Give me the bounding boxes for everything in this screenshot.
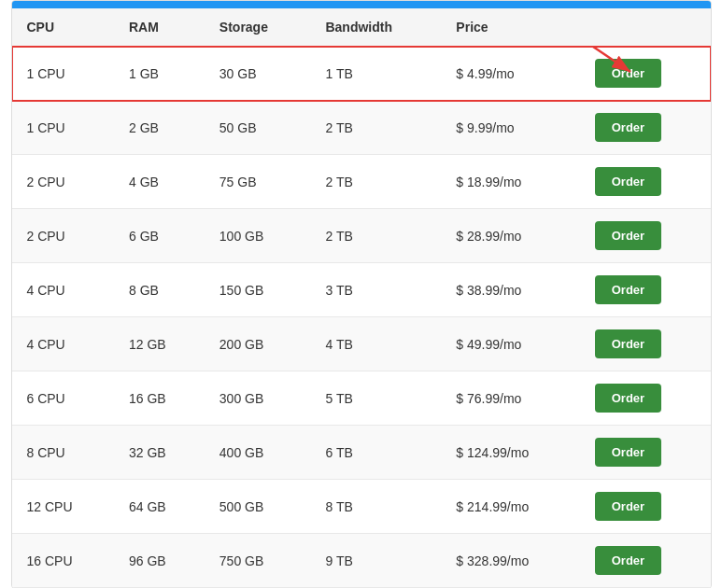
cell-price: $ 76.99/mo — [441, 371, 579, 426]
cell-ram: 64 GB — [114, 480, 205, 534]
cell-storage: 30 GB — [205, 47, 311, 101]
cell-price: $ 9.99/mo — [441, 101, 579, 155]
cell-order: Order — [580, 371, 711, 426]
cell-price: $ 214.99/mo — [441, 480, 579, 534]
table-row: 4 CPU12 GB200 GB4 TB$ 49.99/moOrder — [12, 317, 711, 371]
svg-line-1 — [593, 47, 630, 72]
cell-cpu: 2 CPU — [12, 209, 114, 263]
order-button[interactable]: Order — [595, 113, 661, 142]
cell-price: $ 49.99/mo — [441, 317, 579, 371]
cell-ram: 1 GB — [114, 47, 205, 101]
cell-storage: 750 GB — [205, 534, 311, 588]
cell-price: $ 28.99/mo — [441, 209, 579, 263]
cell-price: $ 124.99/mo — [441, 426, 579, 480]
cell-storage: 300 GB — [205, 371, 311, 426]
cell-storage: 400 GB — [205, 426, 311, 480]
top-accent-bar — [12, 1, 711, 8]
cell-ram: 6 GB — [114, 209, 205, 263]
cell-order: Order — [580, 426, 711, 480]
cell-bandwidth: 6 TB — [310, 426, 441, 480]
cell-storage: 75 GB — [205, 155, 311, 209]
cell-bandwidth: 9 TB — [310, 534, 441, 588]
cell-cpu: 1 CPU — [12, 101, 114, 155]
cell-bandwidth: 4 TB — [310, 317, 441, 371]
order-button[interactable]: Order — [595, 492, 661, 521]
cell-order: Order — [580, 534, 711, 588]
cell-bandwidth: 2 TB — [310, 209, 441, 263]
table-row: 2 CPU4 GB75 GB2 TB$ 18.99/moOrder — [12, 155, 711, 209]
table-row: 1 CPU2 GB50 GB2 TB$ 9.99/moOrder — [12, 101, 711, 155]
cell-ram: 2 GB — [114, 101, 205, 155]
order-button[interactable]: Order — [595, 546, 661, 575]
cell-cpu: 2 CPU — [12, 155, 114, 209]
cell-storage: 200 GB — [205, 317, 311, 371]
col-header-storage: Storage — [205, 8, 311, 47]
cell-bandwidth: 3 TB — [310, 263, 441, 317]
col-header-bandwidth: Bandwidth — [310, 8, 441, 47]
cell-storage: 100 GB — [205, 209, 311, 263]
cell-bandwidth: 2 TB — [310, 101, 441, 155]
cell-ram: 16 GB — [114, 371, 205, 426]
cell-bandwidth: 2 TB — [310, 155, 441, 209]
table-row: 4 CPU8 GB150 GB3 TB$ 38.99/moOrder — [12, 263, 711, 317]
cell-ram: 8 GB — [114, 263, 205, 317]
order-button[interactable]: Order — [595, 167, 661, 196]
cell-cpu: 12 CPU — [12, 480, 114, 534]
cell-price: $ 4.99/mo — [441, 47, 579, 101]
col-header-cpu: CPU — [12, 8, 114, 47]
order-button[interactable]: Order — [595, 384, 661, 413]
order-button[interactable]: Order — [595, 221, 661, 250]
arrow-indicator — [584, 42, 640, 79]
cell-order: Order — [580, 101, 711, 155]
col-header-price: Price — [441, 8, 579, 47]
cell-cpu: 4 CPU — [12, 263, 114, 317]
table-header-row: CPU RAM Storage Bandwidth Price — [12, 8, 711, 47]
order-button[interactable]: Order — [595, 329, 661, 358]
cell-price: $ 18.99/mo — [441, 155, 579, 209]
order-button[interactable]: Order — [595, 275, 661, 304]
table-row: 16 CPU96 GB750 GB9 TB$ 328.99/moOrder — [12, 534, 711, 588]
plans-table: CPU RAM Storage Bandwidth Price 1 CPU1 G… — [12, 8, 711, 588]
cell-storage: 150 GB — [205, 263, 311, 317]
cell-bandwidth: 8 TB — [310, 480, 441, 534]
cell-ram: 12 GB — [114, 317, 205, 371]
cell-order: Order — [580, 263, 711, 317]
pricing-table-container: CPU RAM Storage Bandwidth Price 1 CPU1 G… — [11, 0, 712, 588]
cell-order: Order — [580, 209, 711, 263]
cell-storage: 500 GB — [205, 480, 311, 534]
cell-price: $ 328.99/mo — [441, 534, 579, 588]
table-row: 2 CPU6 GB100 GB2 TB$ 28.99/moOrder — [12, 209, 711, 263]
cell-bandwidth: 5 TB — [310, 371, 441, 426]
table-row: 6 CPU16 GB300 GB5 TB$ 76.99/moOrder — [12, 371, 711, 426]
table-row: 12 CPU64 GB500 GB8 TB$ 214.99/moOrder — [12, 480, 711, 534]
cell-cpu: 8 CPU — [12, 426, 114, 480]
cell-storage: 50 GB — [205, 101, 311, 155]
cell-ram: 4 GB — [114, 155, 205, 209]
table-row: 8 CPU32 GB400 GB6 TB$ 124.99/moOrder — [12, 426, 711, 480]
cell-cpu: 16 CPU — [12, 534, 114, 588]
cell-bandwidth: 1 TB — [310, 47, 441, 101]
cell-ram: 32 GB — [114, 426, 205, 480]
cell-order: Order — [580, 317, 711, 371]
cell-cpu: 1 CPU — [12, 47, 114, 101]
cell-price: $ 38.99/mo — [441, 263, 579, 317]
cell-cpu: 4 CPU — [12, 317, 114, 371]
col-header-action — [580, 8, 711, 47]
order-button[interactable]: Order — [595, 438, 661, 467]
cell-cpu: 6 CPU — [12, 371, 114, 426]
cell-order: Order — [580, 155, 711, 209]
cell-ram: 96 GB — [114, 534, 205, 588]
col-header-ram: RAM — [114, 8, 205, 47]
cell-order: Order — [580, 480, 711, 534]
